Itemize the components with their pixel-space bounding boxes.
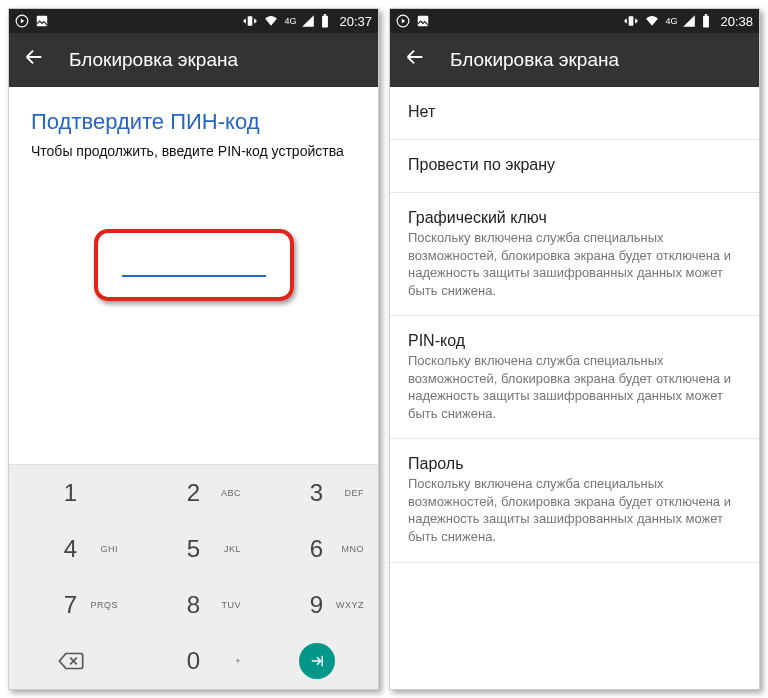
battery-icon	[701, 14, 711, 28]
status-time: 20:37	[339, 14, 372, 29]
svg-rect-7	[629, 16, 634, 25]
option-pattern[interactable]: Графический ключ Поскольку включена служ…	[390, 193, 759, 316]
key-6[interactable]: 6MNO	[255, 521, 378, 577]
option-none[interactable]: Нет	[390, 87, 759, 140]
status-bar: 4G 20:38	[390, 9, 759, 33]
play-circle-icon	[15, 14, 29, 28]
pin-title: Подтвердите ПИН-код	[9, 87, 378, 143]
battery-icon	[320, 14, 330, 28]
svg-rect-2	[248, 16, 253, 25]
key-5[interactable]: 5JKL	[132, 521, 255, 577]
lock-options-list: Нет Провести по экрану Графический ключ …	[390, 87, 759, 689]
pin-input[interactable]	[122, 249, 266, 277]
page-title: Блокировка экрана	[450, 49, 619, 71]
vibrate-icon	[242, 14, 258, 28]
svg-rect-3	[323, 16, 329, 28]
svg-rect-4	[324, 14, 326, 16]
wifi-icon	[263, 14, 279, 28]
key-9[interactable]: 9WXYZ	[255, 577, 378, 633]
status-time: 20:38	[720, 14, 753, 29]
key-backspace[interactable]	[9, 633, 132, 689]
backspace-icon	[57, 651, 85, 671]
wifi-icon	[644, 14, 660, 28]
option-password[interactable]: Пароль Поскольку включена служба специал…	[390, 439, 759, 562]
numeric-keypad: 1 2ABC 3DEF 4GHI 5JKL 6MNO 7PRQS 8TUV 9W…	[9, 464, 378, 689]
vibrate-icon	[623, 14, 639, 28]
back-icon[interactable]	[23, 46, 45, 74]
svg-rect-6	[418, 16, 429, 27]
image-icon	[416, 14, 430, 28]
option-pin[interactable]: PIN-код Поскольку включена служба специа…	[390, 316, 759, 439]
status-bar: 4G 20:37	[9, 9, 378, 33]
signal-icon	[301, 14, 315, 28]
app-bar: Блокировка экрана	[9, 33, 378, 87]
key-2[interactable]: 2ABC	[132, 465, 255, 521]
page-title: Блокировка экрана	[69, 49, 238, 71]
option-swipe[interactable]: Провести по экрану	[390, 140, 759, 193]
app-bar: Блокировка экрана	[390, 33, 759, 87]
back-icon[interactable]	[404, 46, 426, 74]
pin-input-highlight	[94, 229, 294, 301]
phone-right: 4G 20:38 Блокировка экрана Нет Провести …	[389, 8, 760, 690]
key-7[interactable]: 7PRQS	[9, 577, 132, 633]
key-enter[interactable]	[255, 633, 378, 689]
svg-rect-8	[704, 16, 710, 28]
network-label: 4G	[284, 16, 296, 26]
key-4[interactable]: 4GHI	[9, 521, 132, 577]
play-circle-icon	[396, 14, 410, 28]
key-1[interactable]: 1	[9, 465, 132, 521]
phone-left: 4G 20:37 Блокировка экрана Подтвердите П…	[8, 8, 379, 690]
key-3[interactable]: 3DEF	[255, 465, 378, 521]
svg-rect-1	[37, 16, 48, 27]
enter-icon	[299, 643, 335, 679]
image-icon	[35, 14, 49, 28]
signal-icon	[682, 14, 696, 28]
pin-subtitle: Чтобы продолжить, введите PIN-код устрой…	[9, 143, 378, 189]
key-0[interactable]: 0+	[132, 633, 255, 689]
network-label: 4G	[665, 16, 677, 26]
key-8[interactable]: 8TUV	[132, 577, 255, 633]
svg-rect-9	[705, 14, 707, 16]
